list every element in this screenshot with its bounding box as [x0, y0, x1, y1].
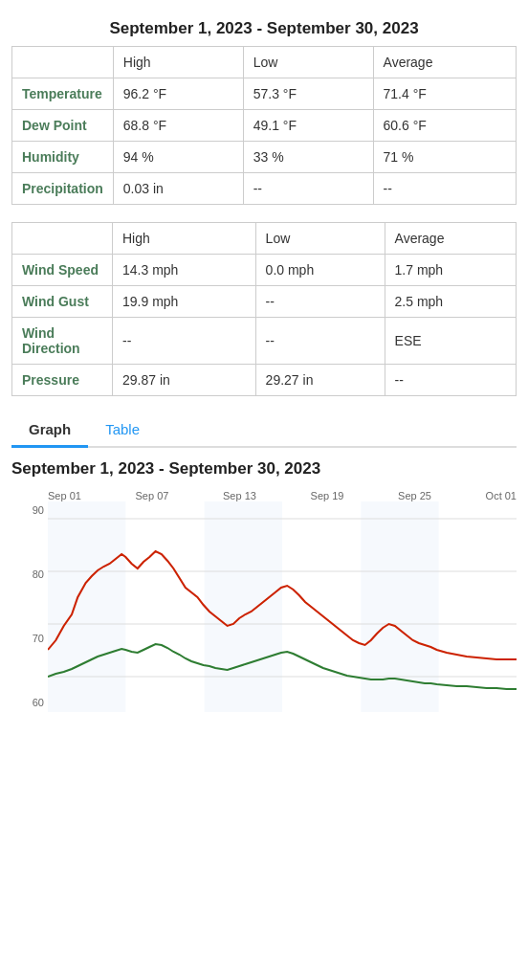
y-label: 60	[11, 698, 44, 708]
row-avg: --	[385, 365, 516, 396]
weather-table-1: High Low Average Temperature 96.2 °F 57.…	[11, 46, 517, 205]
x-label: Sep 25	[398, 490, 431, 501]
date-range-title: September 1, 2023 - September 30, 2023	[11, 10, 517, 46]
col-header-high-1: High	[113, 47, 243, 78]
row-high: 14.3 mph	[113, 255, 256, 286]
row-label: Humidity	[12, 142, 114, 173]
row-avg: --	[373, 173, 516, 205]
x-label: Sep 01	[48, 490, 81, 501]
chart-title: September 1, 2023 - September 30, 2023	[11, 459, 517, 479]
row-high: 96.2 °F	[113, 78, 243, 110]
row-low: 57.3 °F	[243, 78, 373, 110]
col-header-avg-2: Average	[385, 223, 516, 255]
row-low: 29.27 in	[255, 365, 385, 396]
tabs-container: Graph Table	[11, 413, 517, 448]
x-label: Sep 19	[311, 490, 344, 501]
x-label: Oct 01	[486, 490, 517, 501]
y-label: 80	[11, 569, 44, 580]
x-axis-labels: Sep 01Sep 07Sep 13Sep 19Sep 25Oct 01	[11, 488, 517, 501]
y-label: 90	[11, 505, 44, 516]
table-row: Precipitation 0.03 in -- --	[12, 173, 517, 205]
svg-rect-0	[48, 501, 125, 712]
row-avg: 2.5 mph	[385, 286, 516, 318]
col-header-empty-1	[12, 47, 114, 78]
col-header-empty-2	[12, 223, 113, 255]
row-low: --	[255, 286, 385, 318]
row-label: Temperature	[12, 78, 114, 110]
row-high: 68.8 °F	[113, 110, 243, 142]
row-label: Wind Direction	[12, 318, 113, 365]
row-label: Pressure	[12, 365, 113, 396]
table-row: Temperature 96.2 °F 57.3 °F 71.4 °F	[12, 78, 517, 110]
row-avg: 71 %	[373, 142, 516, 173]
col-header-low-2: Low	[255, 223, 385, 255]
col-header-avg-1: Average	[373, 47, 516, 78]
chart-section: September 1, 2023 - September 30, 2023 S…	[11, 459, 517, 712]
table-row: Wind Direction -- -- ESE	[12, 318, 517, 365]
row-high: --	[113, 318, 256, 365]
row-label: Wind Gust	[12, 286, 113, 318]
tab-table[interactable]: Table	[88, 413, 157, 448]
table-row: Dew Point 68.8 °F 49.1 °F 60.6 °F	[12, 110, 517, 142]
weather-table-2: High Low Average Wind Speed 14.3 mph 0.0…	[11, 222, 517, 396]
row-low: 0.0 mph	[255, 255, 385, 286]
row-low: 49.1 °F	[243, 110, 373, 142]
tab-graph[interactable]: Graph	[11, 413, 88, 448]
row-high: 94 %	[113, 142, 243, 173]
row-label: Precipitation	[12, 173, 114, 205]
row-avg: 60.6 °F	[373, 110, 516, 142]
chart-container: 90807060	[11, 501, 517, 712]
chart-inner	[48, 501, 517, 712]
table-row: Wind Gust 19.9 mph -- 2.5 mph	[12, 286, 517, 318]
table-row: Humidity 94 % 33 % 71 %	[12, 142, 517, 173]
row-avg: 1.7 mph	[385, 255, 516, 286]
row-high: 0.03 in	[113, 173, 243, 205]
table-row: Pressure 29.87 in 29.27 in --	[12, 365, 517, 396]
page-wrapper: September 1, 2023 - September 30, 2023 H…	[0, 0, 528, 722]
y-axis-labels: 90807060	[11, 501, 48, 712]
row-low: --	[255, 318, 385, 365]
y-label: 70	[11, 634, 44, 644]
row-low: --	[243, 173, 373, 205]
row-avg: 71.4 °F	[373, 78, 516, 110]
row-low: 33 %	[243, 142, 373, 173]
x-label: Sep 07	[136, 490, 169, 501]
row-label: Wind Speed	[12, 255, 113, 286]
table-row: Wind Speed 14.3 mph 0.0 mph 1.7 mph	[12, 255, 517, 286]
x-label: Sep 13	[223, 490, 256, 501]
row-high: 29.87 in	[113, 365, 256, 396]
chart-svg	[48, 501, 517, 712]
row-label: Dew Point	[12, 110, 114, 142]
row-high: 19.9 mph	[113, 286, 256, 318]
svg-rect-1	[205, 501, 282, 712]
col-header-high-2: High	[113, 223, 256, 255]
col-header-low-1: Low	[243, 47, 373, 78]
row-avg: ESE	[385, 318, 516, 365]
